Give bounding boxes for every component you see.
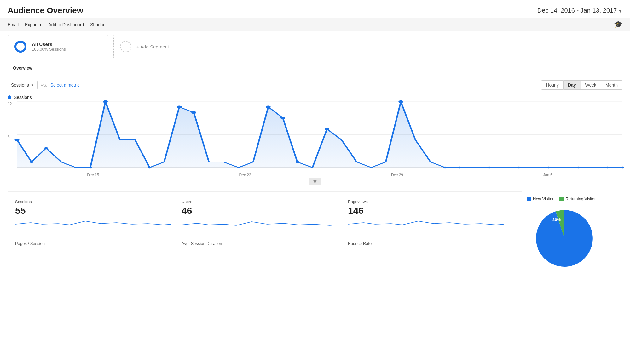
hourly-button[interactable]: Hourly xyxy=(541,80,563,90)
new-visitor-color xyxy=(527,197,531,201)
segments-row: All Users 100.00% Sessions + Add Segment xyxy=(0,31,630,62)
svg-point-17 xyxy=(89,167,92,168)
chart-area xyxy=(17,102,622,168)
export-button[interactable]: Export ▼ xyxy=(25,21,42,28)
chart-scroll-down[interactable]: ▼ xyxy=(309,178,321,185)
metrics-left: Sessions 55 Users 46 Pageviews 146 xyxy=(8,191,522,268)
svg-point-26 xyxy=(605,167,609,168)
chart-y-axis: 12 6 xyxy=(8,102,17,168)
tabs-bar: Overview xyxy=(0,62,630,74)
sessions-chart xyxy=(17,102,622,168)
svg-point-1 xyxy=(15,42,26,52)
all-users-segment: All Users 100.00% Sessions xyxy=(8,35,108,58)
svg-point-25 xyxy=(576,167,580,168)
week-button[interactable]: Week xyxy=(581,80,601,90)
pages-per-session-metric: Pages / Session xyxy=(15,239,176,248)
users-metric-value: 46 xyxy=(182,205,338,216)
avg-session-duration-metric: Avg. Session Duration xyxy=(182,239,343,248)
toolbar: Email Export ▼ Add to Dashboard Shortcut… xyxy=(0,18,630,31)
users-metric-label: Users xyxy=(182,199,338,204)
bottom-section: Sessions 55 Users 46 Pageviews 146 xyxy=(0,191,630,268)
tab-overview[interactable]: Overview xyxy=(8,62,38,74)
sessions-legend-label: Sessions xyxy=(14,95,32,100)
svg-point-27 xyxy=(621,167,624,168)
date-range-selector[interactable]: Dec 14, 2016 - Jan 13, 2017 xyxy=(537,7,622,14)
day-button[interactable]: Day xyxy=(564,80,581,90)
returning-visitor-label: Returning Visitor xyxy=(566,196,596,201)
svg-point-24 xyxy=(547,167,551,168)
time-period-buttons: Hourly Day Week Month xyxy=(541,80,622,90)
pageviews-metric-value: 146 xyxy=(348,205,504,216)
sessions-metric-value: 55 xyxy=(15,205,171,216)
all-users-donut xyxy=(14,40,27,54)
visitor-pie-chart: 20% xyxy=(527,204,602,267)
svg-point-15 xyxy=(30,161,33,163)
svg-point-2 xyxy=(120,41,131,52)
svg-point-10 xyxy=(266,106,271,108)
pie-legend: New Visitor Returning Visitor xyxy=(527,196,622,201)
add-segment-card[interactable]: + Add Segment xyxy=(113,35,622,58)
svg-point-8 xyxy=(177,106,182,108)
pages-per-session-label: Pages / Session xyxy=(15,241,171,246)
pageviews-metric: Pageviews 146 xyxy=(348,197,509,231)
svg-point-23 xyxy=(517,167,521,168)
add-segment-label[interactable]: + Add Segment xyxy=(136,44,169,49)
returning-visitor-color xyxy=(559,197,564,201)
avg-session-duration-label: Avg. Session Duration xyxy=(182,241,338,246)
svg-point-9 xyxy=(191,111,196,114)
returning-visitor-legend: Returning Visitor xyxy=(559,196,596,201)
email-button[interactable]: Email xyxy=(8,21,19,28)
metrics-row-1: Sessions 55 Users 46 Pageviews 146 xyxy=(8,191,522,236)
vs-label: VS. xyxy=(41,83,47,88)
svg-point-12 xyxy=(325,128,329,130)
svg-point-7 xyxy=(103,100,108,103)
svg-point-16 xyxy=(44,147,48,149)
pageviews-sparkline xyxy=(348,218,504,227)
new-visitor-legend: New Visitor xyxy=(527,196,554,201)
bounce-rate-metric: Bounce Rate xyxy=(348,239,509,248)
sessions-legend: Sessions xyxy=(8,95,622,100)
pie-section: New Visitor Returning Visitor 20% xyxy=(522,191,622,268)
svg-point-11 xyxy=(280,117,285,119)
select-metric-link[interactable]: Select a metric xyxy=(50,82,80,88)
month-button[interactable]: Month xyxy=(601,80,622,90)
add-segment-icon xyxy=(119,40,132,53)
bounce-rate-label: Bounce Rate xyxy=(348,241,504,246)
chart-x-labels: Dec 15 Dec 22 Dec 29 Jan 5 xyxy=(17,171,622,177)
new-visitor-label: New Visitor xyxy=(533,196,554,201)
shortcut-button[interactable]: Shortcut xyxy=(90,21,107,28)
metrics-row-2: Pages / Session Avg. Session Duration Bo… xyxy=(8,236,522,251)
sessions-sparkline xyxy=(15,218,171,227)
pie-label-20: 20% xyxy=(552,217,561,222)
page-title: Audience Overview xyxy=(8,6,622,15)
svg-point-13 xyxy=(398,100,403,103)
chart-container: 12 6 xyxy=(8,102,622,177)
svg-point-19 xyxy=(296,161,299,163)
sessions-metric: Sessions 55 xyxy=(15,197,176,231)
metric-select: Sessions VS. Select a metric xyxy=(8,81,79,89)
svg-point-18 xyxy=(148,167,152,168)
users-metric: Users 46 xyxy=(182,197,343,231)
export-dropdown-icon: ▼ xyxy=(39,23,42,26)
sessions-legend-dot xyxy=(8,95,11,99)
users-sparkline xyxy=(182,218,338,227)
svg-point-22 xyxy=(488,167,491,168)
help-icon[interactable]: 🎓 xyxy=(614,20,622,29)
svg-point-21 xyxy=(458,167,461,168)
sessions-metric-label: Sessions xyxy=(15,199,171,204)
all-users-sessions: 100.00% Sessions xyxy=(32,47,66,52)
svg-point-20 xyxy=(443,167,447,168)
add-to-dashboard-button[interactable]: Add to Dashboard xyxy=(48,21,84,28)
all-users-label: All Users xyxy=(32,42,66,47)
svg-point-14 xyxy=(14,139,19,141)
sessions-dropdown[interactable]: Sessions xyxy=(8,81,38,89)
chart-controls: Sessions VS. Select a metric Hourly Day … xyxy=(8,80,622,90)
pageviews-metric-label: Pageviews xyxy=(348,199,504,204)
chart-section: Sessions VS. Select a metric Hourly Day … xyxy=(0,74,630,191)
